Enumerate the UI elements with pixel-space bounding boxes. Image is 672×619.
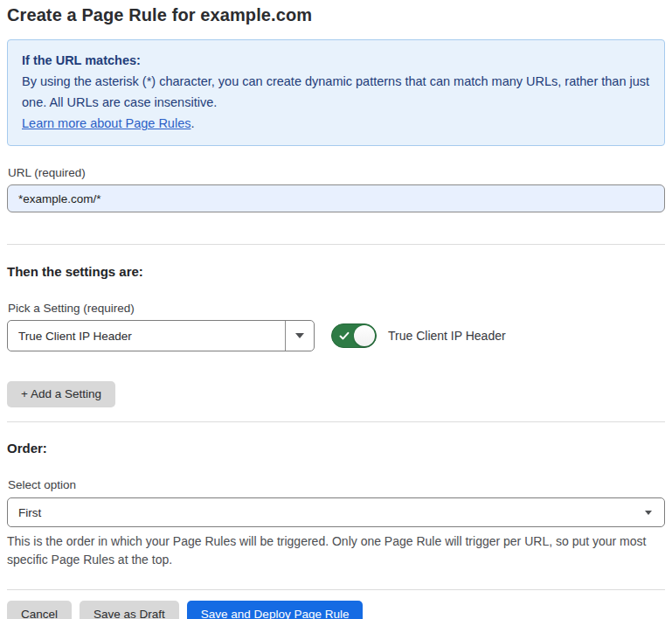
pick-setting-label: Pick a Setting (required)	[8, 302, 665, 315]
check-icon	[339, 330, 350, 341]
order-section: Order: Select option First This is the o…	[7, 441, 665, 569]
order-section-heading: Order:	[7, 441, 665, 456]
footer-divider	[7, 589, 665, 590]
settings-section-heading: Then the settings are:	[7, 264, 665, 279]
info-box-body: By using the asterisk (*) character, you…	[22, 71, 650, 113]
link-period: .	[191, 116, 194, 130]
page-title: Create a Page Rule for example.com	[7, 5, 665, 25]
save-deploy-button[interactable]: Save and Deploy Page Rule	[187, 601, 364, 619]
learn-more-link[interactable]: Learn more about Page Rules	[22, 116, 191, 130]
chevron-down-icon	[645, 511, 652, 515]
section-divider	[7, 244, 665, 245]
url-match-info-box: If the URL matches: By using the asteris…	[7, 39, 665, 146]
info-box-heading: If the URL matches:	[22, 50, 650, 71]
info-box-link-line: Learn more about Page Rules.	[22, 113, 650, 134]
cancel-button[interactable]: Cancel	[7, 601, 72, 619]
add-setting-button[interactable]: + Add a Setting	[7, 381, 115, 407]
order-select-label: Select option	[8, 478, 665, 491]
create-page-rule-form: Create a Page Rule for example.com If th…	[0, 0, 672, 619]
setting-toggle[interactable]	[331, 323, 377, 348]
url-input[interactable]	[7, 184, 665, 212]
chevron-down-icon	[295, 333, 304, 338]
toggle-label: True Client IP Header	[388, 329, 506, 343]
order-select[interactable]: First	[7, 497, 665, 527]
order-help-text: This is the order in which your Page Rul…	[7, 532, 664, 569]
setting-row: True Client IP Header True Client IP Hea…	[7, 320, 665, 351]
toggle-knob	[354, 325, 375, 346]
footer-actions: Cancel Save as Draft Save and Deploy Pag…	[7, 601, 665, 619]
url-field-label: URL (required)	[8, 166, 665, 179]
section-divider	[7, 421, 665, 422]
order-select-value: First	[8, 506, 664, 519]
setting-select[interactable]: True Client IP Header	[7, 320, 315, 351]
setting-select-value: True Client IP Header	[8, 330, 285, 343]
save-draft-button[interactable]: Save as Draft	[80, 601, 179, 619]
select-arrow-section	[285, 321, 314, 351]
